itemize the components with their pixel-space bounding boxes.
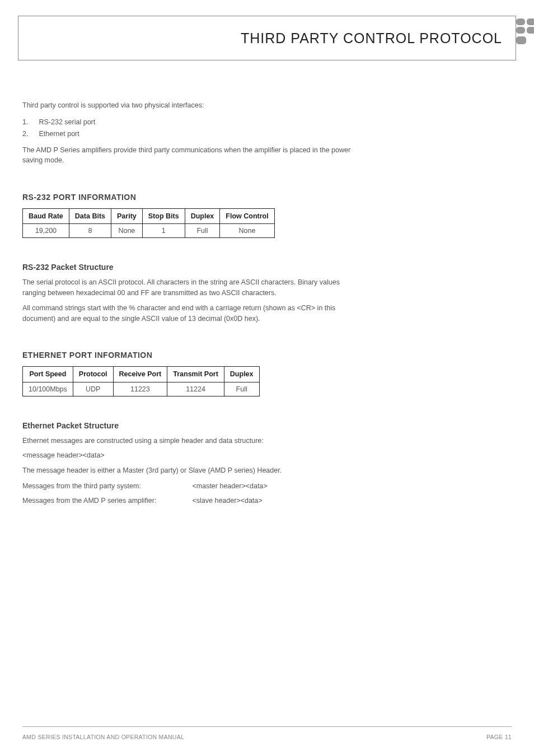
- rs232-para-2: All command strings start with the % cha…: [22, 303, 358, 324]
- rs232-para-1: The serial protocol is an ASCII protocol…: [22, 277, 358, 298]
- td-duplex: Full: [224, 382, 259, 396]
- footer-left: AMD SERIES INSTALLATION AND OPERATION MA…: [22, 734, 184, 740]
- td-receive: 11223: [113, 382, 167, 396]
- footer-right: PAGE 11: [486, 734, 512, 740]
- table-row: 19,200 8 None 1 Full None: [23, 224, 275, 238]
- list-text: RS-232 serial port: [39, 118, 95, 126]
- th-speed: Port Speed: [23, 367, 73, 382]
- section-heading-ethernet: ETHERNET PORT INFORMATION: [22, 351, 512, 360]
- th-stop: Stop Bits: [142, 209, 185, 224]
- intro-paragraph: The AMD P Series amplifiers provide thir…: [22, 145, 369, 166]
- ethernet-para-2: <message header><data>: [22, 450, 512, 461]
- td-stop: 1: [142, 224, 185, 238]
- th-duplex: Duplex: [185, 209, 220, 224]
- th-baud: Baud Rate: [23, 209, 69, 224]
- th-parity: Parity: [111, 209, 143, 224]
- message-row-1: Messages from the third party system: <m…: [22, 480, 512, 492]
- ethernet-para-1: Ethernet messages are constructed using …: [22, 436, 512, 446]
- footer-rule: [22, 726, 512, 727]
- th-protocol: Protocol: [73, 367, 113, 382]
- page-content: Third party control is supported via two…: [18, 60, 516, 506]
- page-title: THIRD PARTY CONTROL PROTOCOL: [241, 30, 502, 46]
- table-header-row: Port Speed Protocol Receive Port Transmi…: [23, 367, 260, 382]
- td-baud: 19,200: [23, 224, 69, 238]
- rs232-table: Baud Rate Data Bits Parity Stop Bits Dup…: [22, 208, 275, 238]
- td-protocol: UDP: [73, 382, 113, 396]
- td-parity: None: [111, 224, 143, 238]
- list-item-1: 1. RS-232 serial port: [22, 116, 512, 128]
- subsection-heading-ethernet-packet: Ethernet Packet Structure: [22, 421, 512, 430]
- msg-value: <master header><data>: [192, 482, 267, 490]
- th-transmit: Transmit Port: [167, 367, 224, 382]
- th-flow: Flow Control: [220, 209, 274, 224]
- table-row: 10/100Mbps UDP 11223 11224 Full: [23, 382, 260, 396]
- td-transmit: 11224: [167, 382, 224, 396]
- ethernet-table: Port Speed Protocol Receive Port Transmi…: [22, 366, 260, 396]
- msg-label: Messages from the AMD P series amplifier…: [22, 495, 190, 506]
- th-data: Data Bits: [69, 209, 111, 224]
- list-item-2: 2. Ethernet port: [22, 128, 512, 140]
- td-data: 8: [69, 224, 111, 238]
- list-number: 1.: [22, 116, 37, 128]
- list-number: 2.: [22, 128, 37, 140]
- message-row-2: Messages from the AMD P series amplifier…: [22, 495, 512, 506]
- th-duplex: Duplex: [224, 367, 259, 382]
- section-heading-rs232: RS-232 PORT INFORMATION: [22, 193, 512, 202]
- msg-value: <slave header><data>: [192, 497, 262, 505]
- intro-text: Third party control is supported via two…: [22, 100, 512, 111]
- logo-icon: [514, 18, 534, 44]
- list-text: Ethernet port: [39, 130, 79, 138]
- td-speed: 10/100Mbps: [23, 382, 73, 396]
- ethernet-para-3: The message header is either a Master (3…: [22, 465, 512, 476]
- td-duplex: Full: [185, 224, 220, 238]
- msg-label: Messages from the third party system:: [22, 480, 190, 492]
- td-flow: None: [220, 224, 274, 238]
- header-frame: THIRD PARTY CONTROL PROTOCOL: [18, 16, 516, 60]
- page-footer: AMD SERIES INSTALLATION AND OPERATION MA…: [22, 734, 512, 740]
- table-header-row: Baud Rate Data Bits Parity Stop Bits Dup…: [23, 209, 275, 224]
- th-receive: Receive Port: [113, 367, 167, 382]
- subsection-heading-rs232-packet: RS-232 Packet Structure: [22, 263, 512, 272]
